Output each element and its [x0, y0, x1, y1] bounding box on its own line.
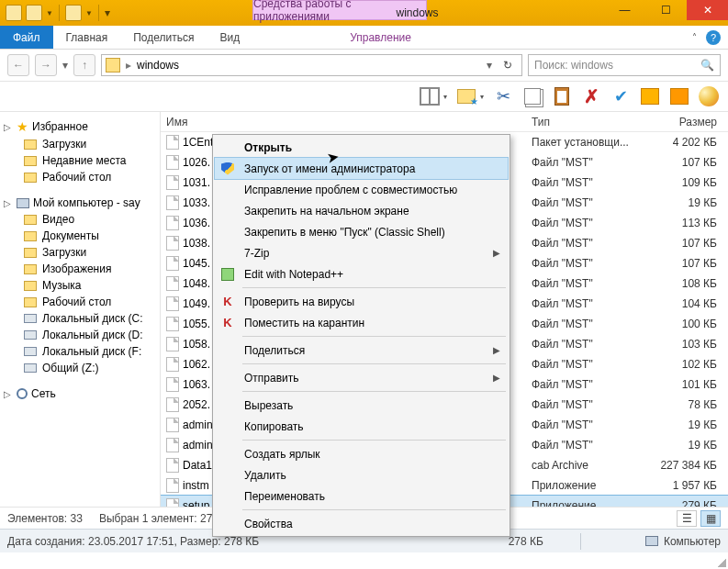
organize-icon[interactable]: [456, 86, 476, 106]
drive-icon: [24, 363, 37, 373]
shell-icon[interactable]: [699, 86, 719, 106]
sidebar-item[interactable]: Рабочий стол: [0, 169, 160, 185]
nav-favorites-header[interactable]: ▷★Избранное: [0, 117, 160, 136]
paste-icon[interactable]: [552, 86, 572, 106]
menu-item[interactable]: Запуск от имени администратора: [215, 158, 508, 179]
menu-item[interactable]: Открыть: [215, 137, 508, 158]
folder-icon: [24, 297, 37, 307]
refresh-icon[interactable]: ↻: [498, 59, 518, 72]
file-icon: [166, 377, 179, 392]
nav-network-header[interactable]: ▷Сеть: [0, 385, 160, 402]
up-button[interactable]: ↑: [73, 54, 95, 76]
search-input[interactable]: Поиск: windows 🔍: [528, 54, 721, 76]
sidebar-item[interactable]: Локальный диск (C:: [0, 310, 160, 327]
qat-icon[interactable]: [26, 5, 42, 21]
view-icons-button[interactable]: ▦: [700, 510, 721, 527]
file-icon: [166, 296, 179, 311]
navigation-pane[interactable]: ▷★Избранное ЗагрузкиНедавние местаРабочи…: [0, 112, 161, 507]
folder-icon: [24, 215, 37, 225]
menu-item[interactable]: Удалить: [215, 464, 508, 485]
copy-icon[interactable]: [522, 86, 543, 106]
sidebar-item[interactable]: Рабочий стол: [0, 294, 160, 310]
sidebar-item[interactable]: Документы: [0, 228, 160, 244]
menu-item[interactable]: 7-Zip▶: [215, 242, 508, 263]
maximize-button[interactable]: ☐: [645, 0, 687, 20]
qat-icon[interactable]: [65, 5, 82, 21]
ribbon-collapse-icon[interactable]: ˄: [692, 32, 697, 42]
context-menu[interactable]: ОткрытьЗапуск от имени администратораИсп…: [212, 134, 510, 537]
file-icon: [166, 418, 179, 432]
forward-button[interactable]: →: [35, 54, 57, 76]
resize-grip-icon[interactable]: [715, 556, 726, 567]
breadcrumb[interactable]: windows: [137, 59, 179, 72]
tab-view[interactable]: Вид: [207, 26, 252, 49]
item-count: Элементов: 33: [7, 512, 83, 525]
menu-item[interactable]: Закрепить в меню "Пуск" (Classic Shell): [215, 221, 508, 242]
chevron-down-icon[interactable]: ▾: [487, 59, 492, 72]
nav-computer-header[interactable]: ▷Мой компьютер - say: [0, 195, 160, 211]
help-icon[interactable]: ?: [706, 30, 721, 45]
column-type[interactable]: Тип: [532, 116, 655, 128]
menu-item[interactable]: Отправить▶: [215, 367, 508, 388]
menu-item[interactable]: Переименовать: [215, 485, 508, 507]
sidebar-item[interactable]: Локальный диск (F:: [0, 343, 160, 360]
delete-icon[interactable]: ✗: [581, 86, 601, 106]
properties-icon[interactable]: ✔: [610, 86, 631, 106]
tab-home[interactable]: Главная: [53, 26, 121, 49]
close-button[interactable]: ✕: [687, 0, 728, 20]
column-headers[interactable]: Имя Тип Размер: [161, 112, 728, 132]
command-toolbar: ▾ ▾ ✂ ✗ ✔: [0, 81, 728, 112]
history-dropdown-icon[interactable]: ▾: [62, 59, 68, 72]
tab-manage[interactable]: Управление: [337, 26, 424, 49]
column-name[interactable]: Имя: [166, 116, 423, 128]
sidebar-item[interactable]: Недавние места: [0, 152, 160, 169]
menu-item[interactable]: KПоместить на карантин: [215, 312, 508, 333]
menu-item[interactable]: Свойства: [215, 513, 508, 534]
search-placeholder: Поиск: windows: [534, 59, 613, 72]
sidebar-item[interactable]: Изображения: [0, 261, 160, 277]
folder-icon: [24, 281, 37, 291]
qat-icon[interactable]: [6, 5, 22, 21]
menu-item[interactable]: Закрепить на начальном экране: [215, 200, 508, 221]
file-icon: [166, 498, 179, 507]
sidebar-item[interactable]: Общий (Z:): [0, 360, 160, 376]
shield-icon: [221, 162, 234, 175]
titlebar: ▼ ▼ ▾ Средства работы с приложениями win…: [0, 0, 728, 26]
sidebar-item[interactable]: Загрузки: [0, 244, 160, 261]
search-icon: 🔍: [700, 59, 714, 72]
drive-icon: [24, 314, 37, 323]
sidebar-item[interactable]: Локальный диск (D:: [0, 327, 160, 343]
file-icon: [166, 256, 179, 271]
file-icon: [166, 135, 179, 150]
cut-icon[interactable]: ✂: [493, 86, 513, 106]
sidebar-item[interactable]: Видео: [0, 211, 160, 228]
menu-item[interactable]: KПроверить на вирусы: [215, 291, 508, 312]
window-title: windows: [397, 6, 439, 19]
menu-item[interactable]: Поделиться▶: [215, 340, 508, 361]
selection-size: 278 КБ: [509, 535, 543, 548]
file-icon: [166, 236, 179, 251]
view-details-button[interactable]: ☰: [677, 510, 697, 527]
layout-panes-icon[interactable]: [420, 86, 440, 106]
folder-icon: [24, 156, 37, 166]
tab-file[interactable]: Файл: [0, 26, 53, 49]
ribbon-tabs: Файл Главная Поделиться Вид Управление ˄…: [0, 26, 728, 50]
back-button[interactable]: ←: [7, 54, 29, 76]
menu-item[interactable]: Создать ярлык: [215, 443, 508, 464]
menu-item[interactable]: Копировать: [215, 416, 508, 437]
folder-icon: [24, 248, 37, 258]
file-icon: [166, 317, 179, 331]
sidebar-item[interactable]: Музыка: [0, 277, 160, 294]
tab-share[interactable]: Поделиться: [120, 26, 207, 49]
address-bar[interactable]: ▸ windows ▾ ↻: [101, 54, 522, 76]
sidebar-item[interactable]: Загрузки: [0, 136, 160, 152]
menu-item[interactable]: Вырезать: [215, 395, 508, 416]
file-icon: [166, 438, 179, 452]
menu-item[interactable]: Edit with Notepad++: [215, 263, 508, 284]
column-size[interactable]: Размер: [655, 116, 726, 128]
tool-icon[interactable]: [669, 86, 689, 106]
tool-icon[interactable]: [640, 86, 660, 106]
file-icon: [166, 175, 179, 190]
minimize-button[interactable]: —: [604, 0, 645, 20]
menu-item[interactable]: Исправление проблем с совместимостью: [215, 179, 508, 200]
